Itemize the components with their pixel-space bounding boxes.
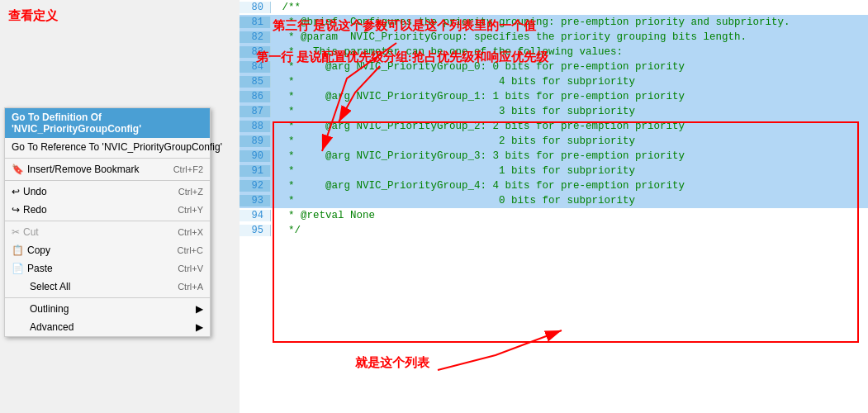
line-content: * 3 bits for subpriority (271, 106, 635, 117)
menu-copy-shortcut: Ctrl+C (178, 245, 203, 255)
divider-3 (5, 221, 210, 221)
bookmark-icon: 🔖 (12, 164, 24, 175)
table-row: 88 * @arg NVIC_PriorityGroup_2: 2 bits f… (240, 119, 868, 134)
line-content: * This parameter can be one of the follo… (271, 46, 623, 58)
paste-icon: 📄 (12, 263, 24, 274)
line-number: 90 (240, 150, 271, 162)
line-content: * @brief Configures the priority groupin… (271, 17, 790, 28)
table-row: 89 * 2 bits for subpriority (240, 134, 868, 149)
menu-paste-shortcut: Ctrl+V (178, 263, 203, 273)
table-row: 82 * @param NVIC_PriorityGroup: specifie… (240, 30, 868, 45)
line-content: * @arg NVIC_PriorityGroup_4: 4 bits for … (271, 180, 685, 192)
menu-undo-label: Undo (23, 186, 162, 197)
line-number: 80 (240, 2, 271, 13)
context-menu: Go To Definition Of 'NVIC_PriorityGroupC… (4, 107, 211, 337)
line-content: * @arg NVIC_PriorityGroup_2: 2 bits for … (271, 121, 685, 132)
cut-icon: ✂ (12, 226, 20, 238)
divider-4 (5, 297, 210, 298)
table-row: 90 * @arg NVIC_PriorityGroup_3: 3 bits f… (240, 149, 868, 164)
line-content: /** (271, 2, 301, 13)
table-row: 80 /** (240, 0, 868, 15)
menu-cut[interactable]: ✂ Cut Ctrl+X (5, 223, 210, 241)
line-number: 81 (240, 17, 271, 28)
menu-select-all[interactable]: Select All Ctrl+A (5, 278, 210, 296)
line-number: 91 (240, 165, 271, 177)
line-number: 85 (240, 76, 271, 88)
table-row: 85 * 4 bits for subpriority (240, 74, 868, 89)
menu-undo[interactable]: ↩ Undo Ctrl+Z (5, 183, 210, 201)
line-content: * 1 bits for subpriority (271, 165, 635, 177)
line-content: * 2 bits for subpriority (271, 135, 635, 147)
menu-advanced[interactable]: Advanced ▶ (5, 318, 210, 336)
menu-insert-bookmark[interactable]: 🔖 Insert/Remove Bookmark Ctrl+F2 (5, 160, 210, 178)
table-row: 83 * This parameter can be one of the fo… (240, 45, 868, 59)
menu-select-all-label: Select All (30, 281, 70, 292)
line-number: 86 (240, 91, 271, 102)
line-content: * @arg NVIC_PriorityGroup_1: 1 bits for … (271, 91, 685, 102)
menu-select-all-shortcut: Ctrl+A (178, 282, 203, 292)
menu-undo-shortcut: Ctrl+Z (178, 187, 203, 197)
menu-cut-shortcut: Ctrl+X (178, 227, 203, 237)
menu-copy[interactable]: 📋 Copy Ctrl+C (5, 241, 210, 259)
outlining-arrow-icon: ▶ (196, 303, 203, 315)
line-content: * @arg NVIC_PriorityGroup_3: 3 bits for … (271, 150, 685, 162)
menu-redo-shortcut: Ctrl+Y (178, 205, 203, 215)
table-row: 91 * 1 bits for subpriority (240, 164, 868, 178)
line-number: 95 (240, 225, 271, 236)
copy-icon: 📋 (12, 244, 24, 256)
divider-1 (5, 158, 210, 159)
line-content: */ (271, 225, 301, 236)
table-row: 87 * 3 bits for subpriority (240, 104, 868, 119)
table-row: 93 * 0 bits for subpriority (240, 193, 868, 208)
line-content: * 0 bits for subpriority (271, 195, 635, 206)
line-number: 83 (240, 46, 271, 58)
menu-paste[interactable]: 📄 Paste Ctrl+V (5, 259, 210, 278)
line-content: * @retval None (271, 210, 375, 221)
menu-copy-label: Copy (27, 244, 161, 256)
undo-icon: ↩ (12, 186, 20, 197)
code-editor: 80 /**81 * @brief Configures the priorit… (240, 0, 868, 413)
line-number: 92 (240, 180, 271, 192)
menu-paste-label: Paste (27, 263, 161, 274)
menu-go-to-definition[interactable]: Go To Definition Of 'NVIC_PriorityGroupC… (5, 108, 210, 138)
table-row: 95 */ (240, 223, 868, 238)
line-number: 84 (240, 61, 271, 73)
menu-outlining-label: Outlining (30, 303, 196, 315)
menu-cut-label: Cut (23, 226, 161, 238)
divider-2 (5, 180, 210, 181)
redo-icon: ↪ (12, 204, 20, 216)
line-content: * @param NVIC_PriorityGroup: specifies t… (271, 31, 747, 43)
line-content: * @arg NVIC_PriorityGroup_0: 0 bits for … (271, 61, 685, 73)
table-row: 81 * @brief Configures the priority grou… (240, 15, 868, 30)
line-number: 93 (240, 195, 271, 206)
line-content: * 4 bits for subpriority (271, 76, 635, 88)
table-row: 86 * @arg NVIC_PriorityGroup_1: 1 bits f… (240, 89, 868, 104)
menu-redo[interactable]: ↪ Redo Ctrl+Y (5, 201, 210, 219)
menu-outlining[interactable]: Outlining ▶ (5, 300, 210, 318)
line-number: 94 (240, 210, 271, 221)
top-label: 查看定义 (8, 8, 58, 24)
line-number: 89 (240, 135, 271, 147)
menu-redo-label: Redo (23, 204, 161, 216)
menu-go-to-reference-label: Go To Reference To 'NVIC_PriorityGroupCo… (12, 141, 222, 153)
table-row: 92 * @arg NVIC_PriorityGroup_4: 4 bits f… (240, 178, 868, 193)
line-number: 82 (240, 31, 271, 43)
menu-insert-bookmark-shortcut: Ctrl+F2 (173, 164, 203, 174)
advanced-arrow-icon: ▶ (196, 321, 203, 333)
line-number: 88 (240, 121, 271, 132)
table-row: 94 * @retval None (240, 208, 868, 223)
menu-insert-bookmark-label: Insert/Remove Bookmark (27, 164, 157, 175)
menu-advanced-label: Advanced (30, 321, 196, 333)
table-row: 84 * @arg NVIC_PriorityGroup_0: 0 bits f… (240, 59, 868, 74)
menu-go-to-reference[interactable]: Go To Reference To 'NVIC_PriorityGroupCo… (5, 138, 210, 156)
line-number: 87 (240, 106, 271, 117)
